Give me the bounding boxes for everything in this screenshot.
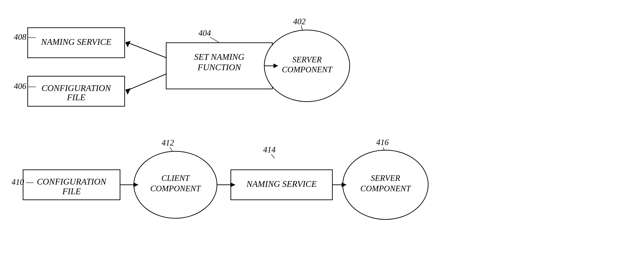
diagram-container: NAMING SERVICE 408 — CONFIGURATION FILE … [0, 0, 644, 261]
arrow-set-naming-to-config [125, 88, 131, 95]
ref-402: 402 [293, 17, 306, 26]
ref-410: 410 — [12, 177, 34, 187]
ref-404: 404 [198, 29, 211, 38]
svg-line-5 [170, 147, 173, 151]
svg-line-6 [271, 154, 275, 158]
ref-416: 416 [376, 138, 389, 147]
server-component-label-bottom-1: SERVER [371, 173, 400, 183]
server-component-label-top-1: SERVER [292, 55, 322, 64]
svg-line-4 [128, 74, 166, 90]
config-file-label-top: CONFIGURATION [42, 83, 112, 93]
ref-412: 412 [162, 138, 174, 147]
config-file-label-bottom-1: CONFIGURATION [37, 177, 107, 186]
naming-service-label-bottom: NAMING SERVICE [246, 179, 317, 189]
arrow-set-naming-to-naming-service [125, 41, 131, 47]
server-component-label-bottom-2: COMPONENT [360, 184, 411, 193]
svg-line-3 [128, 43, 166, 58]
client-component-label-2: COMPONENT [150, 184, 201, 193]
svg-line-1 [301, 26, 302, 31]
config-file-label-top-2: FILE [67, 92, 86, 102]
ref-406: 406 — [14, 82, 36, 91]
config-file-label-bottom-2: FILE [62, 186, 81, 196]
ref-408: 408 — [14, 32, 36, 42]
set-naming-label-1: SET NAMING [194, 52, 244, 62]
ref-414: 414 [263, 145, 276, 154]
set-naming-label-2: FUNCTION [197, 62, 242, 72]
naming-service-label-top: NAMING SERVICE [41, 37, 111, 47]
server-component-label-top-2: COMPONENT [282, 65, 333, 74]
client-component-label-1: CLIENT [161, 173, 190, 183]
svg-line-0 [210, 37, 219, 43]
